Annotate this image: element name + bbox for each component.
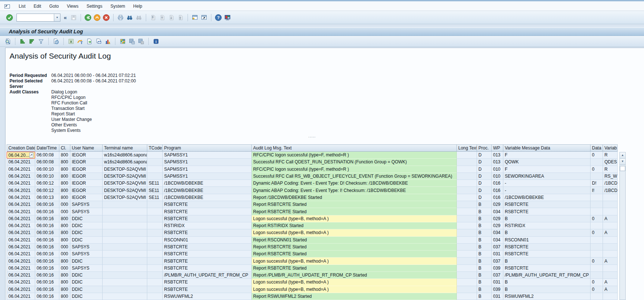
cell-cl[interactable]: 000 <box>59 208 70 215</box>
cell-user_name[interactable]: IEGOR <box>70 173 103 180</box>
cell-program[interactable]: RSBTCRTE <box>163 208 252 215</box>
cell-long_text[interactable] <box>457 215 477 222</box>
cell-data[interactable]: I! <box>591 187 603 194</box>
cell-terminal[interactable]: DESKTOP-S2AQVMI <box>103 173 147 180</box>
cell-wp[interactable]: 034 <box>492 208 503 215</box>
cell-cl[interactable]: 800 <box>59 279 70 286</box>
cell-creation_date[interactable]: 06.04.20...↗ <box>7 152 35 159</box>
cell-var_data[interactable]: - <box>503 180 591 187</box>
cell-tcode[interactable] <box>147 258 163 264</box>
command-dropdown-icon[interactable]: ▼ <box>54 14 60 21</box>
cell-wp[interactable]: 010 <box>492 173 503 180</box>
cell-data[interactable] <box>591 159 603 166</box>
menu-goto[interactable]: Goto <box>45 1 63 11</box>
cell-msg[interactable]: Logon successful (type=B, method=A ) <box>252 229 457 236</box>
cell-msg[interactable]: Report RSTIRIDX Started <box>252 222 457 229</box>
cell-msg[interactable]: Dynamic ABAP Coding: Event - Event Type:… <box>252 180 457 187</box>
cell-terminal[interactable] <box>103 237 147 244</box>
cell-cl[interactable]: 800 <box>59 258 70 264</box>
cell-tcode[interactable]: SE11 <box>147 194 163 201</box>
cell-msg[interactable]: Successful RFC Call RS_WB_OBJECT_LIFECYC… <box>252 173 457 180</box>
cell-variab[interactable] <box>603 251 618 258</box>
cell-wp[interactable]: 031 <box>492 293 503 300</box>
cell-user_name[interactable]: SAPSYS <box>70 265 103 272</box>
cell-data[interactable]: 0 <box>591 286 603 293</box>
col-variab[interactable]: Variab <box>603 144 618 152</box>
cell-terminal[interactable] <box>103 258 147 264</box>
cell-date_time[interactable]: 06:00:16 <box>35 279 59 286</box>
cell-user_name[interactable]: IEGOR <box>70 152 103 159</box>
word-export-icon[interactable]: T <box>77 38 84 45</box>
col-creation_date[interactable]: Creation Date <box>7 144 35 152</box>
cell-proc[interactable]: B <box>477 237 492 244</box>
cell-creation_date[interactable]: 06.04.2021 <box>7 215 35 222</box>
cell-terminal[interactable]: DESKTOP-S2AQVMI <box>103 187 147 194</box>
cell-data[interactable]: 0 <box>591 258 603 264</box>
cell-proc[interactable]: B <box>477 251 492 258</box>
menu-system[interactable]: System <box>107 1 129 11</box>
cell-program[interactable]: RSBTCRTE <box>163 265 252 272</box>
splitter-handle[interactable]: ..... <box>7 134 618 137</box>
cell-creation_date[interactable]: 06.04.2021 <box>7 194 35 201</box>
cell-proc[interactable]: B <box>477 208 492 215</box>
col-terminal[interactable]: Terminal name <box>103 144 147 152</box>
cell-wp[interactable]: 039 <box>492 265 503 272</box>
cell-tcode[interactable]: SE11 <box>147 187 163 194</box>
cell-wp[interactable]: 039 <box>492 286 503 293</box>
cell-creation_date[interactable]: 06.04.2021 <box>7 286 35 293</box>
cell-cl[interactable]: 800 <box>59 152 70 159</box>
cell-long_text[interactable] <box>457 180 477 187</box>
cell-long_text[interactable] <box>457 286 477 293</box>
cell-date_time[interactable]: 06:00:13 <box>35 194 59 201</box>
cell-user_name[interactable]: IEGOR <box>70 194 103 201</box>
cell-long_text[interactable] <box>457 279 477 286</box>
cell-date_time[interactable]: 06:00:16 <box>35 215 59 222</box>
cell-proc[interactable]: B <box>477 258 492 264</box>
cell-date_time[interactable]: 06:00:16 <box>35 251 59 258</box>
cell-var_data[interactable]: B <box>503 258 591 264</box>
cell-program[interactable]: RSBTCRTE <box>163 258 252 264</box>
cell-user_name[interactable]: DDIC <box>70 215 103 222</box>
cell-wp[interactable]: 037 <box>492 244 503 251</box>
cell-terminal[interactable]: DESKTOP-S2AQVMI <box>103 166 147 173</box>
cell-program[interactable]: /1BCDWB/DBEKBE <box>163 187 252 194</box>
cell-terminal[interactable] <box>103 201 147 208</box>
cell-wp[interactable]: 013 <box>492 159 503 166</box>
col-proc[interactable]: Proc. <box>477 144 492 152</box>
cell-wp[interactable]: 031 <box>492 251 503 258</box>
cell-msg[interactable]: Successful RFC Call QDEST_RUN_DESTINATIO… <box>252 159 457 166</box>
cell-program[interactable]: RSBTCRTE <box>163 215 252 222</box>
collapse-icon[interactable]: « <box>62 14 68 21</box>
cell-tcode[interactable] <box>147 173 163 180</box>
cell-date_time[interactable]: 06:00:10 <box>35 173 59 180</box>
cell-wp[interactable]: 029 <box>492 222 503 229</box>
cell-var_data[interactable]: RSBTCRTE <box>503 251 591 258</box>
cell-variab[interactable]: R <box>603 152 618 159</box>
cell-var_data[interactable]: B <box>503 279 591 286</box>
cell-proc[interactable]: D <box>477 173 492 180</box>
col-tcode[interactable]: TCode <box>147 144 163 152</box>
cell-variab[interactable] <box>603 194 618 201</box>
cell-user_name[interactable]: SAPSYS <box>70 244 103 251</box>
cell-variab[interactable] <box>603 244 618 251</box>
cell-wp[interactable]: 034 <box>492 237 503 244</box>
cell-creation_date[interactable]: 06.04.2021 <box>7 293 35 300</box>
scrollbar-up-icon[interactable]: ▲ <box>620 152 625 159</box>
cell-date_time[interactable]: 06:00:16 <box>35 208 59 215</box>
cell-wp[interactable]: 029 <box>492 201 503 208</box>
cell-tcode[interactable] <box>147 265 163 272</box>
cell-terminal[interactable] <box>103 272 147 279</box>
cell-creation_date[interactable]: 06.04.2021 <box>7 258 35 264</box>
cell-program[interactable]: RSBTCRTE <box>163 229 252 236</box>
previous-page-icon[interactable] <box>159 14 166 21</box>
cell-var_data[interactable]: RSWUWFML2 <box>503 293 591 300</box>
command-input[interactable] <box>17 14 54 21</box>
cell-proc[interactable]: B <box>477 244 492 251</box>
cell-user_name[interactable]: DDIC <box>70 272 103 279</box>
cell-data[interactable]: 0 <box>591 166 603 173</box>
cell-cl[interactable]: 000 <box>59 265 70 272</box>
cell-wp[interactable]: 013 <box>492 152 503 159</box>
find-next-icon[interactable] <box>135 14 143 21</box>
cell-date_time[interactable]: 06:00:16 <box>35 272 59 279</box>
cell-cl[interactable]: 800 <box>59 187 70 194</box>
